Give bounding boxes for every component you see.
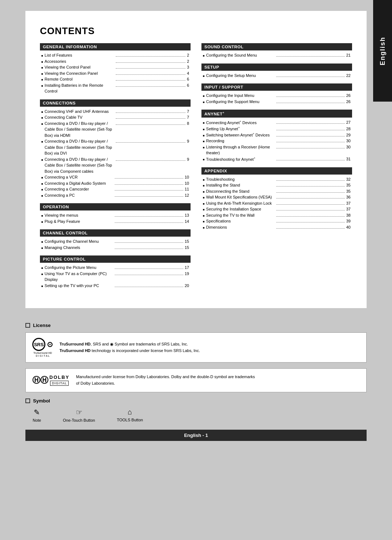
- toc-section: PICTURE CONTROL■Configuring the Picture …: [40, 255, 191, 289]
- toc-item-page: 15: [185, 245, 189, 251]
- one-touch-icon: ☞: [63, 408, 95, 417]
- dolby-text: DOLBY: [49, 375, 70, 380]
- toc-bullet-icon: ■: [41, 122, 43, 126]
- toc-section: INPUT / SUPPORT■Configuring the Input Me…: [201, 83, 352, 105]
- toc-item-dots: [115, 213, 183, 217]
- toc-item-text: Securing the TV to the Wall: [206, 212, 275, 218]
- toc-item-page: 32: [346, 176, 351, 183]
- toc-item-page: 21: [346, 52, 351, 58]
- toc-section: APPENDIX■Troubleshooting32■Installing th…: [201, 167, 352, 230]
- toc-item-page: 40: [346, 224, 351, 230]
- toc-item-text: Wall Mount Kit Specifications (VESA): [206, 194, 275, 200]
- toc-item: ■Wall Mount Kit Specifications (VESA)36: [201, 194, 352, 200]
- section-header: ANYNET+: [201, 110, 352, 118]
- toc-item-text: Connecting Cable TV: [45, 114, 114, 120]
- toc-item-page: 4: [187, 70, 189, 77]
- toc-bullet-icon: ■: [203, 220, 205, 224]
- note-label: Note: [33, 418, 41, 422]
- toc-bullet-icon: ■: [41, 272, 43, 277]
- toc-item: ■Listening through a Receiver (Home thea…: [201, 144, 352, 156]
- toc-item-dots: [276, 207, 345, 210]
- toc-item-dots: [115, 283, 183, 287]
- srs-symbol: ⊙: [47, 340, 53, 349]
- page-title: CONTENTS: [40, 25, 352, 37]
- srs-text: SRS: [34, 342, 44, 347]
- section-header: GENERAL INFORMATION: [40, 43, 191, 50]
- section-header: CONNECTIONS: [40, 99, 191, 107]
- toc-item-dots: [276, 219, 345, 222]
- symbol-note: ✎ Note: [33, 408, 41, 422]
- toc-bullet-icon: ■: [203, 139, 205, 144]
- toc-item-page: 19: [185, 271, 189, 277]
- toc-item: ■Troubleshooting32: [201, 176, 352, 183]
- toc-item-dots: [116, 115, 185, 119]
- tools-label: TOOLS Button: [117, 418, 143, 422]
- toc-item-text: Listening through a Receiver (Home theat…: [206, 144, 275, 156]
- toc-bullet-icon: ■: [203, 202, 205, 206]
- toc-item: ■Connecting a Digital Audio System10: [40, 180, 191, 187]
- dolby-digital-label: DIGITAL: [50, 381, 69, 386]
- toc-item-text: Connecting a DVD / Blu-ray player / Cabl…: [45, 156, 114, 175]
- toc-item: ■Connecting a Camcorder11: [40, 186, 191, 192]
- toc-item-text: Installing Batteries in the Remote Contr…: [45, 82, 114, 94]
- toc-item-text: Configuring the Setup Menu: [206, 73, 275, 79]
- toc-item: ■Using the Anti-Theft Kensington Lock37: [201, 200, 352, 206]
- toc-item-text: Configuring the Sound Menu: [206, 52, 275, 58]
- toc-item: ■Installing the Stand35: [201, 182, 352, 188]
- toc-left: GENERAL INFORMATION■List of Features2■Ac…: [40, 43, 191, 294]
- toc-item: ■Connecting a PC12: [40, 192, 191, 199]
- toc-item-dots: [276, 127, 345, 130]
- toc-item-text: Using the Anti-Theft Kensington Lock: [206, 200, 275, 206]
- toc-section: CHANNEL CONTROL■Configuring the Channel …: [40, 229, 191, 250]
- toc-bullet-icon: ■: [41, 214, 43, 218]
- toc-item-dots: [116, 53, 185, 57]
- section-header: OPERATION: [40, 203, 191, 210]
- toc-item-page: 10: [185, 180, 189, 187]
- toc-item-text: Viewing the Connection Panel: [45, 70, 114, 77]
- toc-item-dots: [115, 175, 183, 179]
- toc-item: ■Connecting Cable TV7: [40, 114, 191, 120]
- toc-bullet-icon: ■: [203, 100, 205, 105]
- toc-item-page: 10: [185, 174, 189, 180]
- toc-item-text: Setting up the TV with your PC: [45, 283, 113, 289]
- toc-item-dots: [115, 181, 183, 185]
- toc-item-page: 35: [346, 188, 351, 195]
- toc-item-page: 11: [185, 186, 189, 192]
- toc-item: ■Setting Up Anynet+28: [201, 126, 352, 132]
- toc-bullet-icon: ■: [41, 84, 43, 88]
- toc-item: ■Connecting a VCR10: [40, 174, 191, 180]
- toc-bullet-icon: ■: [203, 196, 205, 200]
- toc-item-page: 7: [187, 114, 189, 120]
- toc-item-text: Configuring the Input Menu: [206, 93, 275, 99]
- toc-bullet-icon: ■: [203, 134, 205, 138]
- toc-item: ■Configuring the Support Menu26: [201, 99, 352, 105]
- symbol-label: Symbol: [33, 398, 50, 404]
- toc-item-dots: [115, 219, 183, 223]
- toc-right: SOUND CONTROL■Configuring the Sound Menu…: [201, 43, 352, 294]
- toc-item-dots: [276, 213, 345, 217]
- toc-item: ■Configuring the Picture Menu17: [40, 265, 191, 271]
- toc-bullet-icon: ■: [41, 54, 43, 58]
- toc-item-dots: [276, 145, 345, 148]
- toc-bullet-icon: ■: [41, 284, 43, 289]
- toc-item-dots: [276, 139, 345, 142]
- toc-item-page: 22: [346, 73, 351, 79]
- srs-license-text: TruSurround HD, SRS and ◉ Symbol are tra…: [60, 341, 200, 354]
- toc-item: ■Configuring the Channel Menu15: [40, 238, 191, 245]
- toc-item-dots: [276, 195, 345, 199]
- toc-bullet-icon: ■: [203, 184, 205, 188]
- toc-item: ■Connecting Anynet+ Devices27: [201, 119, 352, 126]
- toc-section: ANYNET+■Connecting Anynet+ Devices27■Set…: [201, 110, 352, 162]
- toc-item-text: Viewing the Control Panel: [45, 64, 114, 70]
- toc-item-text: Connecting VHF and UHF Antennas: [45, 109, 114, 115]
- toc-item-dots: [276, 183, 345, 187]
- toc-bullet-icon: ■: [41, 66, 43, 70]
- toc-item-page: 39: [346, 218, 351, 224]
- toc-item-text: Troubleshooting: [206, 176, 275, 183]
- dolby-logo: ⒽⒽ DOLBY DIGITAL: [32, 375, 70, 386]
- toc-item: ■Troubleshooting for Anynet+31: [201, 156, 352, 162]
- toc-item-text: Configuring the Picture Menu: [45, 265, 113, 271]
- toc-item-dots: [276, 177, 345, 181]
- toc-item-text: Troubleshooting for Anynet+: [206, 156, 275, 162]
- toc-item-page: 12: [185, 192, 189, 199]
